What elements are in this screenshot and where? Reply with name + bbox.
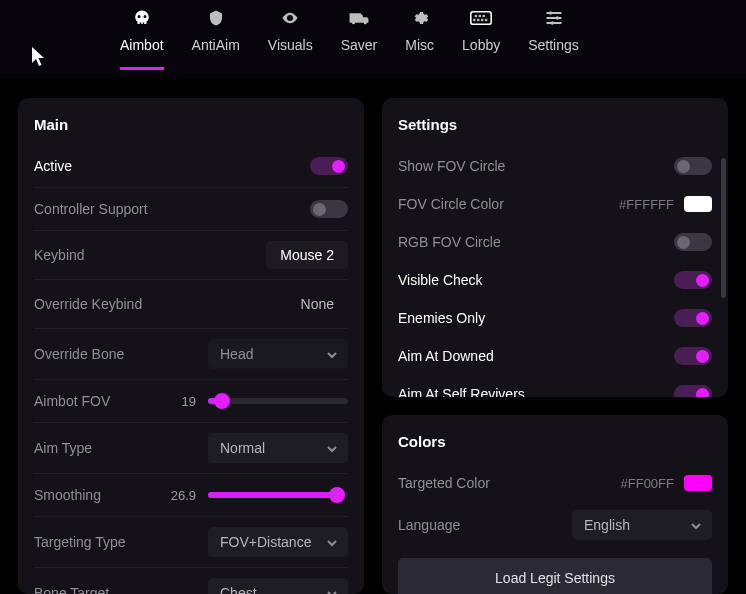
row-targeting-type: Targeting Type FOV+Distance — [18, 519, 364, 565]
tab-aimbot[interactable]: Aimbot — [120, 9, 164, 70]
svg-rect-7 — [483, 14, 485, 16]
toggle-active[interactable] — [310, 157, 348, 175]
select-bone-target[interactable]: Chest — [208, 578, 348, 594]
saver-icon — [348, 9, 370, 27]
svg-point-9 — [555, 16, 558, 19]
toggle-controller[interactable] — [310, 200, 348, 218]
load-legit-button[interactable]: Load Legit Settings — [398, 558, 712, 594]
settings-icon — [544, 9, 564, 27]
tab-label: Lobby — [462, 37, 500, 53]
main-panel: Main Active Controller Support Keybind M… — [18, 98, 364, 594]
row-aimbot-fov: Aimbot FOV 19 — [18, 382, 364, 420]
colors-title: Colors — [382, 415, 728, 464]
visuals-icon — [279, 9, 301, 27]
row-aim-self-rev: Aim At Self Revivers — [382, 375, 728, 397]
row-active: Active — [18, 147, 364, 185]
override-keybind-field[interactable]: None — [287, 290, 348, 318]
tab-label: Saver — [341, 37, 378, 53]
fov-value: 19 — [162, 394, 196, 409]
smoothing-value: 26.9 — [162, 488, 196, 503]
aimbot-icon — [132, 9, 152, 27]
toggle-show-fov[interactable] — [674, 157, 712, 175]
svg-rect-6 — [479, 14, 481, 16]
fov-color-hex: #FFFFFF — [619, 197, 674, 212]
label-aim-downed: Aim At Downed — [398, 348, 494, 364]
label-keybind: Keybind — [34, 247, 85, 263]
label-targeted-color: Targeted Color — [398, 475, 490, 491]
row-override-bone: Override Bone Head — [18, 331, 364, 377]
slider-fov[interactable] — [208, 398, 348, 404]
tab-label: Visuals — [268, 37, 313, 53]
svg-point-8 — [549, 11, 552, 14]
row-controller: Controller Support — [18, 190, 364, 228]
targeted-color-hex: #FF00FF — [621, 476, 674, 491]
row-fov-color: FOV Circle Color #FFFFFF — [382, 185, 728, 223]
select-aim-type[interactable]: Normal — [208, 433, 348, 463]
label-smoothing: Smoothing — [34, 487, 101, 503]
settings-title: Settings — [382, 98, 728, 147]
row-bone-target: Bone Target Chest — [18, 570, 364, 594]
scrollbar[interactable] — [721, 158, 726, 298]
row-enemies-only: Enemies Only — [382, 299, 728, 337]
row-targeted-color: Targeted Color #FF00FF — [382, 464, 728, 502]
label-visible-check: Visible Check — [398, 272, 483, 288]
toggle-enemies-only[interactable] — [674, 309, 712, 327]
tab-saver[interactable]: Saver — [341, 9, 378, 70]
label-controller: Controller Support — [34, 201, 148, 217]
chevron-down-icon — [326, 348, 338, 360]
row-aim-downed: Aim At Downed — [382, 337, 728, 375]
select-language[interactable]: English — [572, 510, 712, 540]
select-targeting-type[interactable]: FOV+Distance — [208, 527, 348, 557]
tab-label: Settings — [528, 37, 579, 53]
antiaim-icon — [207, 9, 225, 27]
slider-smoothing[interactable] — [208, 492, 348, 498]
label-fov: Aimbot FOV — [34, 393, 110, 409]
svg-rect-2 — [477, 18, 479, 20]
svg-rect-5 — [475, 14, 477, 16]
label-aim-type: Aim Type — [34, 440, 92, 456]
keybind-field[interactable]: Mouse 2 — [266, 241, 348, 269]
colors-panel: Colors Targeted Color #FF00FF Language E… — [382, 415, 728, 594]
row-language: Language English — [382, 502, 728, 548]
toggle-rgb-fov[interactable] — [674, 233, 712, 251]
lobby-icon — [470, 9, 492, 27]
row-rgb-fov: RGB FOV Circle — [382, 223, 728, 261]
row-smoothing: Smoothing 26.9 — [18, 476, 364, 514]
label-override-keybind: Override Keybind — [34, 296, 142, 312]
label-language: Language — [398, 517, 460, 533]
row-keybind: Keybind Mouse 2 — [18, 233, 364, 277]
row-aim-type: Aim Type Normal — [18, 425, 364, 471]
toggle-visible-check[interactable] — [674, 271, 712, 289]
tab-antiaim[interactable]: AntiAim — [192, 9, 240, 70]
toggle-aim-self-rev[interactable] — [674, 385, 712, 397]
fov-color-swatch[interactable] — [684, 196, 712, 212]
top-tab-bar: AimbotAntiAimVisualsSaverMiscLobbySettin… — [0, 0, 746, 78]
chevron-down-icon — [690, 519, 702, 531]
label-enemies-only: Enemies Only — [398, 310, 485, 326]
tab-visuals[interactable]: Visuals — [268, 9, 313, 70]
svg-rect-0 — [471, 11, 491, 24]
svg-rect-1 — [473, 18, 475, 20]
main-title: Main — [18, 98, 364, 147]
tab-settings[interactable]: Settings — [528, 9, 579, 70]
svg-rect-3 — [481, 18, 483, 20]
svg-point-10 — [550, 21, 553, 24]
select-override-bone[interactable]: Head — [208, 339, 348, 369]
tab-lobby[interactable]: Lobby — [462, 9, 500, 70]
label-targeting-type: Targeting Type — [34, 534, 126, 550]
label-override-bone: Override Bone — [34, 346, 124, 362]
label-fov-color: FOV Circle Color — [398, 196, 504, 212]
toggle-aim-downed[interactable] — [674, 347, 712, 365]
svg-rect-4 — [485, 18, 487, 20]
targeted-color-swatch[interactable] — [684, 475, 712, 491]
tab-label: Misc — [405, 37, 434, 53]
chevron-down-icon — [326, 587, 338, 594]
row-override-keybind: Override Keybind None — [18, 282, 364, 326]
chevron-down-icon — [326, 536, 338, 548]
label-aim-self-rev: Aim At Self Revivers — [398, 386, 525, 397]
misc-icon — [411, 9, 429, 27]
tab-label: Aimbot — [120, 37, 164, 53]
label-bone-target: Bone Target — [34, 585, 109, 594]
row-visible-check: Visible Check — [382, 261, 728, 299]
tab-misc[interactable]: Misc — [405, 9, 434, 70]
